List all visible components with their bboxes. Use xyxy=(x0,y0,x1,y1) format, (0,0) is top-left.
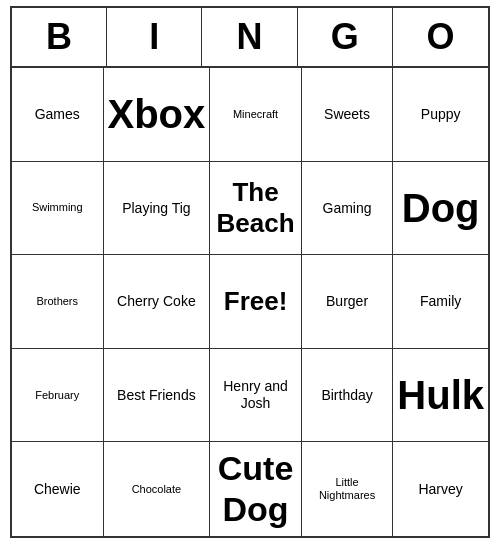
bingo-cell: Free! xyxy=(210,255,302,349)
bingo-cell: The Beach xyxy=(210,162,302,256)
header-letter: O xyxy=(393,8,488,66)
bingo-grid: GamesXboxMinecraftSweetsPuppySwimmingPla… xyxy=(12,68,488,536)
cell-text: Best Friends xyxy=(117,387,196,404)
bingo-header: BINGO xyxy=(12,8,488,68)
cell-text: Dog xyxy=(402,184,480,232)
cell-text: Family xyxy=(420,293,461,310)
bingo-cell: Games xyxy=(12,68,104,162)
cell-text: Free! xyxy=(224,286,288,317)
bingo-cell: Cherry Coke xyxy=(104,255,211,349)
bingo-cell: February xyxy=(12,349,104,443)
bingo-cell: Sweets xyxy=(302,68,394,162)
bingo-cell: Best Friends xyxy=(104,349,211,443)
bingo-cell: Swimming xyxy=(12,162,104,256)
header-letter: B xyxy=(12,8,107,66)
cell-text: Chocolate xyxy=(132,483,182,496)
cell-text: Brothers xyxy=(36,295,78,308)
header-letter: I xyxy=(107,8,202,66)
bingo-cell: Birthday xyxy=(302,349,394,443)
header-letter: N xyxy=(202,8,297,66)
cell-text: Games xyxy=(35,106,80,123)
bingo-cell: Family xyxy=(393,255,488,349)
cell-text: Henry and Josh xyxy=(214,378,297,412)
header-letter: G xyxy=(298,8,393,66)
cell-text: Puppy xyxy=(421,106,461,123)
cell-text: Xbox xyxy=(108,90,206,138)
cell-text: The Beach xyxy=(214,177,297,239)
bingo-cell: Minecraft xyxy=(210,68,302,162)
bingo-cell: Chocolate xyxy=(104,442,211,536)
cell-text: Hulk xyxy=(397,371,484,419)
bingo-cell: Dog xyxy=(393,162,488,256)
bingo-cell: Puppy xyxy=(393,68,488,162)
bingo-cell: Gaming xyxy=(302,162,394,256)
cell-text: Little Nightmares xyxy=(306,476,389,502)
cell-text: Swimming xyxy=(32,201,83,214)
bingo-cell: Chewie xyxy=(12,442,104,536)
bingo-cell: Little Nightmares xyxy=(302,442,394,536)
cell-text: Birthday xyxy=(321,387,372,404)
bingo-cell: Hulk xyxy=(393,349,488,443)
cell-text: Playing Tig xyxy=(122,200,190,217)
bingo-cell: Xbox xyxy=(104,68,211,162)
cell-text: Chewie xyxy=(34,481,81,498)
bingo-card: BINGO GamesXboxMinecraftSweetsPuppySwimm… xyxy=(10,6,490,538)
bingo-cell: Harvey xyxy=(393,442,488,536)
cell-text: Cherry Coke xyxy=(117,293,196,310)
cell-text: Harvey xyxy=(418,481,462,498)
cell-text: Cute Dog xyxy=(214,448,297,530)
cell-text: Burger xyxy=(326,293,368,310)
bingo-cell: Cute Dog xyxy=(210,442,302,536)
bingo-cell: Brothers xyxy=(12,255,104,349)
bingo-cell: Henry and Josh xyxy=(210,349,302,443)
cell-text: Sweets xyxy=(324,106,370,123)
cell-text: February xyxy=(35,389,79,402)
cell-text: Gaming xyxy=(323,200,372,217)
bingo-cell: Playing Tig xyxy=(104,162,211,256)
bingo-cell: Burger xyxy=(302,255,394,349)
cell-text: Minecraft xyxy=(233,108,278,121)
